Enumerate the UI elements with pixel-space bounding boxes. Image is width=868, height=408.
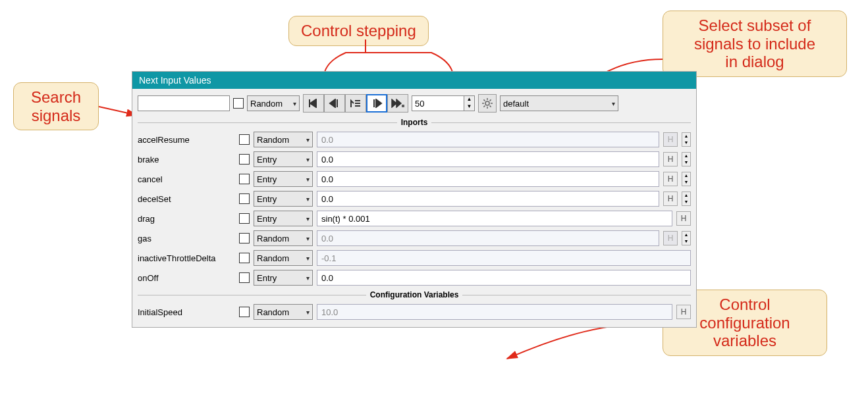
- gear-icon: [481, 97, 493, 109]
- configvars-header: Configuration Variables: [138, 290, 691, 299]
- chevron-down-icon: ▾: [306, 215, 310, 222]
- step-forward-button[interactable]: [366, 94, 387, 113]
- value-up[interactable]: ▲: [682, 192, 690, 199]
- chevron-down-icon: ▾: [306, 176, 310, 183]
- signal-value-input[interactable]: [317, 270, 691, 286]
- chevron-down-icon: ▾: [293, 100, 296, 107]
- step-count-input[interactable]: [412, 95, 464, 111]
- value-down[interactable]: ▼: [682, 159, 690, 166]
- signal-value-input[interactable]: [317, 171, 659, 187]
- value-stepper: ▲▼: [682, 132, 691, 147]
- signal-name: cancel: [138, 174, 235, 184]
- toolbar: Random ▾ ▲ ▼: [132, 89, 696, 115]
- toolbar-checkbox[interactable]: [233, 98, 244, 109]
- value-down[interactable]: ▼: [682, 238, 690, 245]
- signal-name: brake: [138, 155, 235, 165]
- signal-row: inactiveThrottleDeltaRandom▾: [138, 248, 691, 268]
- search-input[interactable]: [138, 95, 230, 111]
- preset-label: default: [503, 99, 529, 109]
- value-stepper: ▲▼: [682, 191, 691, 206]
- toolbar-mode-select[interactable]: Random ▾: [247, 95, 300, 111]
- value-stepper: ▲▼: [682, 152, 691, 166]
- signal-mode-select[interactable]: Entry▾: [254, 151, 313, 167]
- signal-mode-select[interactable]: Random▾: [254, 230, 313, 246]
- step-back-button[interactable]: [324, 94, 345, 113]
- chevron-down-icon: ▾: [306, 274, 310, 282]
- inports-header: Inports: [138, 118, 691, 127]
- signal-mode-select[interactable]: Random▾: [254, 132, 313, 147]
- signal-checkbox[interactable]: [239, 253, 250, 263]
- history-button: H: [663, 132, 678, 147]
- step-first-button[interactable]: [303, 94, 324, 113]
- callout-text: Control configuration variables: [699, 295, 790, 349]
- signal-value-input[interactable]: [317, 211, 672, 226]
- chevron-down-icon: ▾: [306, 156, 310, 163]
- callout-search-signals: Search signals: [13, 82, 99, 130]
- signal-mode-select[interactable]: Entry▾: [254, 191, 313, 207]
- history-button[interactable]: H: [676, 305, 691, 319]
- signal-checkbox[interactable]: [239, 307, 250, 317]
- settings-button[interactable]: [478, 94, 497, 113]
- signal-row: gasRandom▾H▲▼: [138, 228, 691, 248]
- chevron-down-icon: ▾: [612, 100, 615, 107]
- chevron-down-icon: ▾: [306, 195, 310, 203]
- signal-checkbox[interactable]: [239, 233, 250, 243]
- history-button[interactable]: H: [676, 211, 691, 226]
- value-stepper: ▲▼: [682, 231, 691, 245]
- signal-mode-label: Entry: [257, 194, 277, 204]
- dialog-window: Next Input Values Random ▾: [132, 71, 697, 328]
- step-list-button[interactable]: [345, 94, 366, 113]
- signal-name: decelSet: [138, 194, 235, 204]
- callout-text: Select subset of signals to include in d…: [694, 16, 815, 70]
- signal-value-input: [317, 250, 691, 266]
- signal-name: gas: [138, 234, 235, 243]
- signal-row: brakeEntry▾H▲▼: [138, 149, 691, 169]
- history-button[interactable]: H: [663, 152, 678, 166]
- configvars-label: Configuration Variables: [370, 290, 459, 299]
- signal-checkbox[interactable]: [239, 174, 250, 184]
- signal-mode-select[interactable]: Entry▾: [254, 171, 313, 187]
- value-up[interactable]: ▲: [682, 153, 690, 159]
- signal-name: drag: [138, 214, 235, 224]
- inports-section: Inports accelResumeRandom▾H▲▼brakeEntry▾…: [132, 118, 696, 327]
- step-fastforward-button[interactable]: [387, 94, 408, 113]
- signal-mode-label: Entry: [257, 214, 277, 224]
- preset-select[interactable]: default ▾: [500, 95, 618, 111]
- signal-value-input: [317, 132, 659, 147]
- signal-value-input: [317, 304, 672, 320]
- titlebar: Next Input Values: [132, 72, 696, 89]
- step-button-group: [303, 94, 408, 113]
- signal-checkbox[interactable]: [239, 134, 250, 145]
- signal-checkbox[interactable]: [239, 272, 250, 283]
- step-count-up[interactable]: ▲: [464, 96, 474, 103]
- divider: [431, 122, 691, 123]
- history-button[interactable]: H: [663, 172, 678, 186]
- signal-row: decelSetEntry▾H▲▼: [138, 189, 691, 209]
- value-down[interactable]: ▼: [682, 179, 690, 186]
- signal-value-input[interactable]: [317, 191, 659, 207]
- signal-row: accelResumeRandom▾H▲▼: [138, 130, 691, 149]
- signal-mode-label: Random: [257, 307, 289, 317]
- step-count-down[interactable]: ▼: [464, 103, 474, 111]
- signal-mode-select[interactable]: Random▾: [254, 250, 313, 266]
- value-up[interactable]: ▲: [682, 232, 690, 238]
- chevron-down-icon: ▾: [306, 235, 310, 242]
- signal-checkbox[interactable]: [239, 213, 250, 224]
- value-up[interactable]: ▲: [682, 133, 690, 140]
- value-down[interactable]: ▼: [682, 199, 690, 205]
- signal-mode-select[interactable]: Random▾: [254, 304, 313, 320]
- signal-checkbox[interactable]: [239, 154, 250, 165]
- signal-mode-label: Random: [257, 253, 289, 263]
- svg-point-2: [485, 101, 489, 105]
- signal-mode-select[interactable]: Entry▾: [254, 270, 313, 286]
- signal-mode-label: Entry: [257, 273, 277, 283]
- signal-mode-label: Entry: [257, 155, 277, 165]
- signal-mode-select[interactable]: Entry▾: [254, 211, 313, 226]
- history-button[interactable]: H: [663, 191, 678, 206]
- signal-value-input[interactable]: [317, 151, 659, 167]
- history-button: H: [663, 231, 678, 245]
- signal-checkbox[interactable]: [239, 193, 250, 204]
- value-up[interactable]: ▲: [682, 172, 690, 179]
- value-down[interactable]: ▼: [682, 140, 690, 146]
- signal-mode-label: Random: [257, 234, 289, 243]
